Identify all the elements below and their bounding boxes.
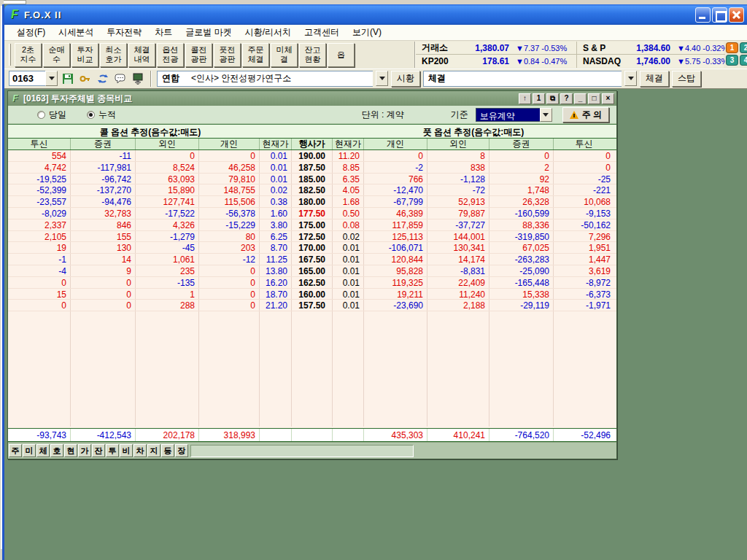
menu-item-6[interactable]: 고객센터: [298, 24, 346, 41]
table-row-10[interactable]: -49235013.80165.000.0195,828-8,831-25,09…: [8, 265, 616, 277]
minimize-button[interactable]: [695, 7, 711, 23]
screen-code-dropdown-button[interactable]: [45, 71, 58, 86]
child-rollup-button[interactable]: ↑: [519, 93, 531, 104]
menu-item-7[interactable]: 보기(V): [346, 24, 388, 41]
fill-button[interactable]: 체결: [640, 71, 669, 87]
news-dropdown-button[interactable]: [376, 71, 388, 86]
menu-item-2[interactable]: 투자전략: [100, 24, 148, 41]
empty-cell: [333, 346, 364, 358]
menu-item-3[interactable]: 차트: [148, 24, 179, 41]
message-button[interactable]: [113, 71, 128, 86]
toolbar-grip[interactable]: [9, 44, 11, 66]
radio-cumulative[interactable]: 누적: [87, 109, 116, 121]
toolbar-button-3[interactable]: 최소호가: [100, 43, 127, 67]
table-row-9[interactable]: -1141,061-1211.25167.500.01120,84414,174…: [8, 254, 616, 265]
child-title-bar[interactable]: F [0163] 투자주체별 종목비교 ↑1⧉?_□×: [8, 91, 616, 106]
section-header-row: 콜 옵션 추정(음수값:매도) 풋 옵션 추정(음수값:매도): [8, 124, 616, 138]
table-row-4[interactable]: -23,557-94,476127,741115,5060.38180.001.…: [8, 196, 616, 208]
cell: 11.25: [260, 254, 292, 265]
stop-button[interactable]: 스탑: [672, 71, 701, 87]
basis-dropdown-button[interactable]: [540, 108, 552, 122]
table-row-7[interactable]: 2,105155-1,279806.25172.500.02125,113144…: [8, 231, 616, 243]
toolbar-button-4[interactable]: 체결내역: [128, 43, 155, 67]
toolbar-button-8[interactable]: 주문체결: [242, 43, 269, 67]
table-row-12[interactable]: 1501018.70160.000.0119,21111,24015,338-6…: [8, 289, 616, 300]
quick-button-1[interactable]: 1: [726, 42, 738, 53]
market-news-button[interactable]: 시황: [391, 71, 420, 87]
bottom-tab-3[interactable]: 호: [50, 444, 63, 457]
screen-view-button[interactable]: [131, 71, 145, 86]
empty-cell: [427, 369, 489, 381]
order-dropdown-button[interactable]: [624, 71, 637, 86]
table-row-0[interactable]: 554-11000.01190.0011.200800: [8, 150, 616, 162]
toolbar-button-1[interactable]: 순매수: [43, 43, 70, 67]
child-maximize-button[interactable]: □: [588, 93, 600, 104]
radio-daily[interactable]: 당일: [37, 109, 66, 121]
empty-cell: [8, 369, 71, 381]
child-restore-button[interactable]: ⧉: [546, 93, 559, 104]
table-row-11[interactable]: 00-135016.20162.500.01119,32522,409-165,…: [8, 277, 616, 289]
table-row-13[interactable]: 00288021.20157.500.01-23,6902,188-29,119…: [8, 300, 616, 311]
child-close-button[interactable]: ×: [602, 93, 614, 104]
table-row-5[interactable]: -8,02932,783-17,522-56,3781.60177.500.50…: [8, 208, 616, 219]
bottom-tab-9[interactable]: 차: [133, 444, 147, 457]
radio-daily-circle-icon[interactable]: [37, 111, 45, 119]
table-row-1[interactable]: 4,742-117,9818,52446,2580.01187.508.85-2…: [8, 162, 616, 174]
toolbar-button-5[interactable]: 옵션전광: [157, 43, 184, 67]
toolbar-button-6[interactable]: 콜전광판: [185, 43, 212, 67]
screen-code-combo[interactable]: 0163: [9, 71, 58, 86]
quick-button-3[interactable]: 3: [726, 55, 738, 66]
toolbar-button-2[interactable]: 투자비교: [71, 43, 98, 67]
toolbar-button-0[interactable]: 2초지수: [15, 43, 42, 67]
warning-button[interactable]: 주 의: [562, 107, 609, 122]
maximize-button[interactable]: [712, 7, 727, 23]
cell: 0.01: [260, 150, 292, 161]
cell: 0: [554, 162, 614, 173]
quick-button-2[interactable]: 2: [740, 42, 747, 53]
table-row-2[interactable]: -19,525-96,74263,09379,8100.01185.006.35…: [8, 174, 616, 185]
basis-selected-value[interactable]: 보유계약: [476, 108, 540, 122]
bottom-tab-2[interactable]: 체: [36, 444, 50, 457]
table-row-3[interactable]: -52,399-137,27015,890148,7550.02182.504.…: [8, 184, 616, 196]
cell: 0: [8, 300, 71, 311]
bottom-tab-10[interactable]: 지: [147, 444, 160, 457]
cell: 46,258: [199, 162, 260, 173]
toolbar-button-9[interactable]: 미체결: [271, 43, 298, 67]
refresh-button[interactable]: [96, 71, 110, 86]
basis-combo[interactable]: 보유계약: [476, 108, 552, 122]
screen-code-input[interactable]: 0163: [9, 71, 45, 86]
bottom-tab-0[interactable]: 주: [9, 444, 22, 457]
news-ticker-field[interactable]: 연합 <인사> 안전성평가연구소: [157, 71, 373, 87]
table-row-8[interactable]: 19130-452038.70170.000.01-106,071130,341…: [8, 242, 616, 254]
key-button[interactable]: [78, 71, 93, 86]
radio-cumulative-circle-icon[interactable]: [87, 111, 95, 119]
bottom-tab-12[interactable]: 장: [175, 444, 188, 457]
bottom-tab-8[interactable]: 비: [120, 444, 133, 457]
title-bar[interactable]: F F.O.X II: [4, 4, 747, 25]
bottom-tab-6[interactable]: 잔: [92, 444, 105, 457]
bottom-tab-5[interactable]: 가: [78, 444, 91, 457]
menu-item-4[interactable]: 글로벌 마켓: [179, 24, 238, 41]
child-help-button[interactable]: ?: [560, 93, 573, 104]
toolbar-button-10[interactable]: 잔고현황: [299, 43, 326, 67]
save-button[interactable]: [61, 71, 75, 86]
menu-item-1[interactable]: 시세분석: [52, 24, 100, 41]
table-row-6[interactable]: 2,3378464,326-15,2293.80175.000.08117,85…: [8, 219, 616, 231]
quick-button-4[interactable]: 4: [740, 55, 747, 66]
child-minimize-button[interactable]: _: [574, 93, 587, 104]
order-status-field[interactable]: 체결: [423, 71, 622, 87]
bottom-tab-4[interactable]: 현: [64, 444, 77, 457]
bottom-tab-7[interactable]: 투: [106, 444, 119, 457]
menu-item-5[interactable]: 시황/리서치: [239, 24, 298, 41]
toolbar-button-7[interactable]: 풋전광판: [214, 43, 241, 67]
bottom-tab-11[interactable]: 등: [161, 444, 174, 457]
child-one-button[interactable]: 1: [533, 93, 545, 104]
menu-item-0[interactable]: 설정(F): [10, 24, 52, 41]
empty-cell: [292, 357, 333, 369]
toolbar-button-11[interactable]: 옵: [328, 43, 355, 67]
bottom-tab-1[interactable]: 미: [23, 444, 36, 457]
close-button[interactable]: [729, 7, 744, 23]
index-change: ▼5.75 -0.33%: [677, 57, 725, 66]
empty-cell: [489, 381, 554, 392]
cell: 1: [136, 289, 199, 300]
